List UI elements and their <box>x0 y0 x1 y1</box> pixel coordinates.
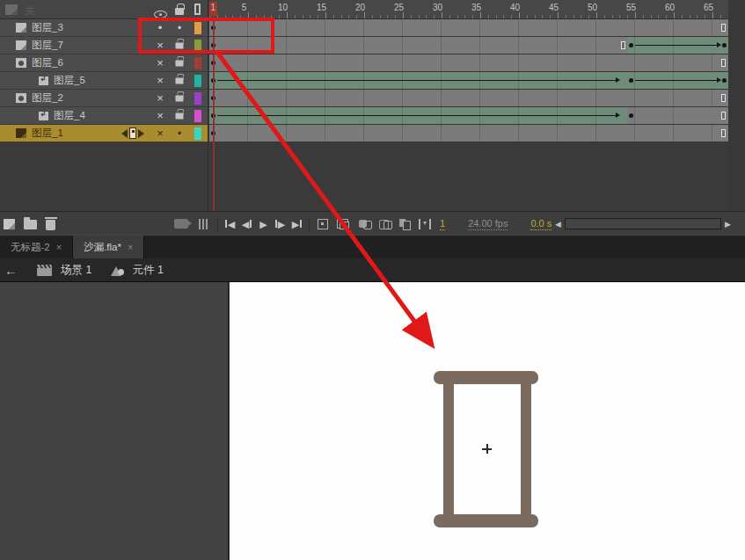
layer-row-图层_5[interactable]: 图层_5× <box>0 72 208 90</box>
layer-row-图层_3[interactable]: 图层_3•• <box>0 19 208 37</box>
layer-outline-color-swatch[interactable] <box>194 40 201 52</box>
previous-keyframe-icon[interactable] <box>121 129 128 138</box>
divider <box>217 217 218 231</box>
layer-name: 图层_7 <box>32 39 63 52</box>
edit-multiple-frames-icon[interactable] <box>399 219 411 229</box>
playhead-line[interactable] <box>213 14 215 211</box>
layer-lock-toggle[interactable] <box>171 72 188 90</box>
camera-icon[interactable] <box>174 219 188 229</box>
loop-icon[interactable] <box>337 219 348 229</box>
masked-layer-icon <box>39 112 48 120</box>
end-frame-marker[interactable] <box>721 129 726 137</box>
go-to-last-frame-button[interactable]: ▶ <box>289 216 305 232</box>
layer-row-图层_6[interactable]: 图层_6× <box>0 55 208 72</box>
frame-row-图层_5[interactable] <box>209 72 728 90</box>
timeline-horizontal-scrollbar[interactable] <box>565 218 721 229</box>
breadcrumb-symbol[interactable]: 元件 1 <box>132 263 163 278</box>
delete-layer-button trash-icon[interactable] <box>46 220 55 230</box>
frame-rate-indicator[interactable]: 24.00 fps <box>468 218 508 230</box>
onion-skin-icon[interactable] <box>359 220 371 229</box>
layer-visibility-toggle[interactable]: × <box>151 72 169 90</box>
layer-row-图层_2[interactable]: 图层_2× <box>0 90 208 107</box>
hourglass-left-post[interactable] <box>443 383 454 515</box>
layer-lock-toggle[interactable] <box>171 107 188 125</box>
mask-layer-icon <box>16 93 26 103</box>
frame-row-图层_7[interactable] <box>209 37 728 55</box>
static-frame-span[interactable] <box>627 107 727 124</box>
ruler-label: 1 <box>211 3 216 12</box>
onion-skin-outlines-icon[interactable] <box>379 220 391 229</box>
layer-outline-color-swatch[interactable] <box>194 110 201 122</box>
layer-visibility-toggle[interactable]: × <box>151 55 169 72</box>
layer-visibility-toggle[interactable]: × <box>151 90 169 107</box>
end-keyframe-dot[interactable] <box>722 78 727 83</box>
elapsed-time-indicator[interactable]: 0.0 s <box>530 218 551 230</box>
end-frame-marker[interactable] <box>721 112 726 120</box>
frame-grid-stripes <box>209 55 728 71</box>
close-icon[interactable]: × <box>128 242 133 252</box>
hourglass-top-bar[interactable] <box>434 371 538 384</box>
modify-markers-icon[interactable] <box>419 219 431 229</box>
layer-row-图层_4[interactable]: 图层_4× <box>0 107 208 125</box>
static-frame-span[interactable] <box>209 37 627 54</box>
scroll-right-icon[interactable]: ▶ <box>725 220 731 229</box>
layer-outline-color-swatch[interactable] <box>194 22 201 34</box>
back-arrow-icon[interactable]: ← <box>4 263 18 278</box>
hourglass-right-post[interactable] <box>521 383 531 515</box>
frame-row-图层_2[interactable] <box>209 90 728 107</box>
layer-outline-color-swatch[interactable] <box>194 92 201 105</box>
layer-lock-toggle[interactable] <box>171 55 188 72</box>
ruler-label: 40 <box>510 3 520 12</box>
layer-lock-toggle[interactable] <box>171 90 188 107</box>
insert-keyframe-icon[interactable] <box>129 127 136 139</box>
layer-row-图层_7[interactable]: 图层_7× <box>0 37 208 55</box>
end-frame-marker[interactable] <box>721 94 726 102</box>
step-forward-button[interactable]: ▶ <box>272 216 289 232</box>
close-icon[interactable]: × <box>56 242 62 252</box>
hourglass-bottom-bar[interactable] <box>434 514 538 527</box>
static-frame-span[interactable] <box>209 90 728 106</box>
current-frame-indicator[interactable]: 1 <box>440 218 445 230</box>
static-frame-span[interactable] <box>209 19 728 36</box>
layer-visibility-toggle[interactable]: • <box>151 19 169 37</box>
tween-arrow <box>217 115 616 116</box>
center-frame-icon[interactable] <box>318 219 328 229</box>
new-folder-button folder-icon[interactable] <box>24 220 37 229</box>
layer-visibility-toggle[interactable]: × <box>151 125 169 142</box>
frame-row-图层_6[interactable] <box>209 55 728 72</box>
static-frame-span[interactable] <box>209 55 728 71</box>
timeline-ruler[interactable]: 15101520253035404550556065 <box>209 0 728 19</box>
go-to-first-frame-button[interactable]: ◀ <box>222 216 238 232</box>
next-keyframe-icon[interactable] <box>138 129 144 138</box>
lock-column-header[interactable] <box>175 3 184 18</box>
lock-icon <box>176 95 184 101</box>
end-frame-marker[interactable] <box>721 59 726 67</box>
scroll-left-icon[interactable]: ◀ <box>555 220 561 229</box>
layer-visibility-toggle[interactable]: × <box>151 107 169 125</box>
static-frame-span[interactable] <box>209 125 728 142</box>
layer-name: 图层_5 <box>54 74 85 87</box>
frame-row-图层_3[interactable] <box>209 19 728 37</box>
layer-outline-color-swatch[interactable] <box>194 127 201 140</box>
layer-visibility-toggle[interactable]: × <box>151 37 169 55</box>
breadcrumb-scene[interactable]: 场景 1 <box>61 263 91 278</box>
layer-lock-toggle[interactable]: • <box>171 125 188 142</box>
symbol-icon <box>111 265 123 276</box>
step-back-button[interactable]: ◀ <box>238 216 255 232</box>
tab-shalou-fla[interactable]: 沙漏.fla* × <box>73 236 144 258</box>
layer-lock-toggle[interactable] <box>171 37 188 55</box>
outline-column-header outline-icon[interactable] <box>194 4 201 15</box>
layer-row-图层_1[interactable]: 图层_1×• <box>0 125 208 142</box>
play-button[interactable]: ▶ <box>255 216 272 232</box>
tab-untitled-2[interactable]: 无标题-2 × <box>0 236 73 258</box>
frame-row-图层_1[interactable] <box>209 125 728 142</box>
keyframe-navigator[interactable] <box>121 127 144 139</box>
new-layer-button new-layer-icon[interactable] <box>4 219 15 229</box>
end-frame-marker[interactable] <box>621 41 625 49</box>
end-keyframe-dot[interactable] <box>722 43 727 47</box>
frame-row-图层_4[interactable] <box>209 107 728 125</box>
layer-outline-color-swatch[interactable] <box>194 57 201 69</box>
end-frame-marker[interactable] <box>721 24 726 32</box>
layer-outline-color-swatch[interactable] <box>194 75 201 87</box>
layer-lock-toggle[interactable]: • <box>171 19 188 37</box>
